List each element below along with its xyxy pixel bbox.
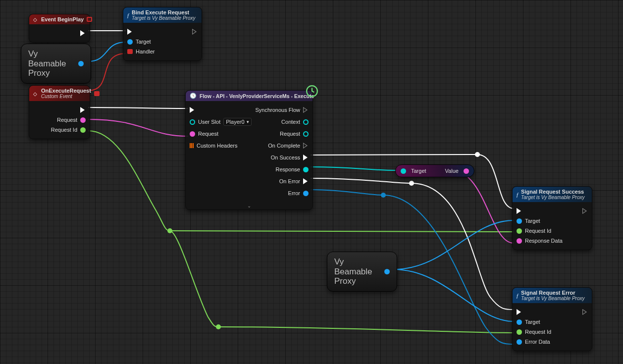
variable-vy-beamable-proxy-2[interactable]: Vy Beamable Proxy bbox=[327, 252, 397, 292]
exec-in-pin[interactable] bbox=[517, 208, 522, 214]
node-title: Signal Request Success bbox=[521, 189, 584, 195]
onsuccess-pin[interactable] bbox=[303, 155, 309, 160]
exec-out-pin[interactable] bbox=[582, 208, 588, 214]
userslot-pin[interactable] bbox=[190, 119, 195, 125]
delegate-pin[interactable] bbox=[94, 91, 100, 96]
node-header: 🕓 Flow - API - VenlyProviderServiceMs - … bbox=[186, 91, 312, 101]
node-title: Signal Request Error bbox=[521, 290, 575, 296]
response-pin[interactable] bbox=[303, 167, 309, 172]
requestid-label: Request Id bbox=[525, 329, 551, 335]
chevron-down-icon: ▾ bbox=[247, 119, 249, 124]
target-label: Target bbox=[136, 39, 151, 45]
node-bind-execute-request[interactable]: f Bind Execute Request Target is Vy Beam… bbox=[123, 7, 202, 61]
function-icon: f bbox=[127, 12, 129, 18]
outrequest-pin[interactable] bbox=[303, 131, 309, 137]
node-header: f Signal Request Error Target is Vy Beam… bbox=[513, 288, 592, 303]
expand-toggle[interactable]: ⌄ bbox=[186, 202, 312, 209]
errordata-pin[interactable] bbox=[517, 339, 522, 345]
node-signal-request-success[interactable]: f Signal Request Success Target is Vy Be… bbox=[512, 186, 592, 250]
exec-out-pin[interactable] bbox=[192, 29, 198, 35]
request-label: Request bbox=[57, 117, 77, 123]
exec-in-pin[interactable] bbox=[127, 29, 133, 35]
customheaders-label: Custom Headers bbox=[197, 143, 238, 149]
request-label: Request bbox=[198, 131, 218, 137]
flow-icon: 🕓 bbox=[190, 93, 197, 99]
node-subtitle: Target is Vy Beamable Proxy bbox=[132, 15, 195, 21]
userslot-value: Player0 bbox=[226, 119, 244, 125]
node-subtitle: Custom Event bbox=[41, 94, 91, 99]
syncflow-label: Synchronous Flow bbox=[256, 107, 301, 113]
svg-point-4 bbox=[381, 193, 386, 198]
requestid-label: Request Id bbox=[51, 127, 77, 133]
delegate-pin[interactable] bbox=[87, 17, 92, 22]
requestid-pin[interactable] bbox=[517, 329, 522, 335]
exec-out-pin[interactable] bbox=[80, 107, 86, 113]
requestid-pin[interactable] bbox=[80, 127, 86, 133]
target-pin[interactable] bbox=[127, 39, 133, 45]
exec-out-pin[interactable] bbox=[80, 30, 86, 36]
value-out-pin[interactable] bbox=[464, 168, 469, 174]
value-label: Value bbox=[445, 168, 459, 174]
svg-point-0 bbox=[167, 228, 172, 233]
variable-label: Vy Beamable Proxy bbox=[334, 257, 372, 286]
errordata-label: Error Data bbox=[525, 339, 550, 345]
target-pin[interactable] bbox=[517, 218, 522, 224]
requestid-pin[interactable] bbox=[517, 228, 522, 234]
node-subtitle: Target is Vy Beamable Proxy bbox=[521, 195, 584, 200]
syncflow-pin[interactable] bbox=[303, 107, 309, 113]
context-label: Context bbox=[281, 119, 300, 125]
array-icon bbox=[190, 143, 194, 148]
value-out-pin[interactable] bbox=[384, 269, 390, 274]
responsedata-label: Response Data bbox=[525, 238, 563, 244]
oncomplete-pin[interactable] bbox=[303, 143, 309, 149]
target-pin[interactable] bbox=[517, 319, 522, 325]
event-icon bbox=[33, 16, 38, 22]
node-subtitle: Target is Vy Beamable Proxy bbox=[521, 296, 584, 301]
svg-point-1 bbox=[216, 324, 221, 329]
onerror-label: On Error bbox=[279, 178, 300, 184]
node-flow-execute[interactable]: 🕓 Flow - API - VenlyProviderServiceMs - … bbox=[185, 90, 313, 210]
node-header: OnExecuteRequest Custom Event bbox=[29, 86, 90, 101]
variable-label: Vy Beamable Proxy bbox=[28, 49, 66, 78]
function-icon: f bbox=[517, 192, 518, 198]
value-out-pin[interactable] bbox=[78, 61, 84, 66]
userslot-label: User Slot bbox=[198, 119, 220, 125]
target-label: Target bbox=[525, 218, 540, 224]
exec-in-pin[interactable] bbox=[517, 309, 522, 315]
exec-in-pin[interactable] bbox=[190, 107, 195, 113]
svg-point-3 bbox=[409, 181, 414, 186]
exec-out-pin[interactable] bbox=[582, 309, 588, 315]
handler-pin[interactable] bbox=[127, 49, 133, 54]
response-label: Response bbox=[275, 166, 300, 172]
target-in-pin[interactable] bbox=[401, 168, 406, 174]
svg-point-2 bbox=[475, 152, 480, 157]
node-title: Bind Execute Request bbox=[132, 9, 189, 15]
node-pure-convert[interactable]: Target Value bbox=[395, 164, 474, 177]
onerror-pin[interactable] bbox=[303, 178, 309, 184]
responsedata-pin[interactable] bbox=[517, 238, 522, 244]
node-title: OnExecuteRequest bbox=[41, 88, 91, 94]
node-title: Flow - API - VenlyProviderServiceMs - Ex… bbox=[200, 93, 314, 99]
error-label: Error bbox=[288, 190, 300, 196]
node-on-execute-request[interactable]: OnExecuteRequest Custom Event Request Re… bbox=[29, 85, 90, 139]
onsuccess-label: On Success bbox=[271, 155, 300, 160]
node-title: Event BeginPlay bbox=[41, 16, 84, 22]
node-signal-request-error[interactable]: f Signal Request Error Target is Vy Beam… bbox=[512, 287, 592, 351]
error-pin[interactable] bbox=[303, 191, 309, 196]
variable-vy-beamable-proxy[interactable]: Vy Beamable Proxy bbox=[21, 44, 91, 84]
oncomplete-label: On Complete bbox=[268, 143, 300, 149]
event-icon bbox=[33, 91, 38, 97]
request-pin[interactable] bbox=[80, 117, 86, 123]
node-event-beginplay[interactable]: Event BeginPlay bbox=[29, 14, 90, 43]
node-header: Event BeginPlay bbox=[29, 14, 90, 24]
function-icon: f bbox=[517, 293, 518, 299]
node-header: f Bind Execute Request Target is Vy Beam… bbox=[123, 7, 202, 23]
userslot-dropdown[interactable]: Player0 ▾ bbox=[223, 118, 251, 126]
outrequest-label: Request bbox=[280, 131, 300, 137]
requestid-label: Request Id bbox=[525, 228, 551, 234]
context-pin[interactable] bbox=[303, 119, 309, 125]
request-in-pin[interactable] bbox=[190, 131, 195, 137]
target-label: Target bbox=[411, 168, 426, 174]
target-label: Target bbox=[525, 319, 540, 325]
node-header: f Signal Request Success Target is Vy Be… bbox=[513, 187, 592, 202]
